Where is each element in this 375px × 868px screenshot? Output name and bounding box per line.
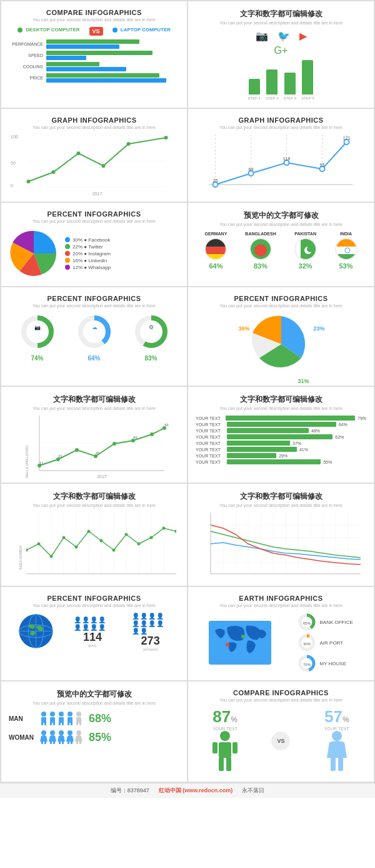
svg-point-16 <box>249 171 254 176</box>
svg-rect-156 <box>41 722 43 725</box>
panel2-subtitle: You can put your second description and … <box>196 21 366 25</box>
panel16-subtitle: You can put your second description and … <box>196 698 366 702</box>
svg-rect-191 <box>219 757 224 771</box>
label-woman: WOMAN <box>132 648 169 651</box>
svg-point-4 <box>52 170 56 174</box>
svg-rect-168 <box>68 722 69 725</box>
pie-section: 30% ● Facebook 22% ● Twitter 20% ● Insta… <box>9 228 179 278</box>
woman-icons <box>40 730 82 744</box>
pct-orange: 36% <box>239 325 250 332</box>
globe-people-row: 👤 👤 👤 👤 👤 👤 👤 👤 114 MAN 👤 👤 👤 <box>9 613 179 651</box>
footer-slogan: 永不落日 <box>242 787 264 795</box>
person-icon-g: 👤 <box>140 613 148 620</box>
legend-laptop: LAPTOP COMPUTER <box>112 27 171 36</box>
panel-globe-people: PERCENT INFOGRAPHICS You can put your se… <box>1 586 188 681</box>
panel10-title: 文字和数字都可编辑修改 <box>196 394 366 405</box>
bar-col-3: STEP 3 <box>284 73 297 100</box>
panel14-subtitle: You can put your second description and … <box>196 603 366 608</box>
footer: 编号：8378947 红动中国 (www.redocn.com) 永不落日 <box>0 783 375 798</box>
y-max: 100 <box>11 135 18 139</box>
bar-green-performance <box>46 39 139 44</box>
bar-row-speed: SPEED <box>9 51 179 60</box>
label-man: MAN <box>74 644 111 648</box>
person-icon-g: 👤 <box>156 613 164 620</box>
y-label-sells: SELLS (MILLIONS) <box>25 446 29 478</box>
earth-donuts: 65% BANK OFFICE 30% AIR PORT <box>298 613 352 673</box>
hbar-row-4: YOUR TEXT 62% <box>196 434 366 439</box>
svg-point-183 <box>68 730 72 735</box>
svg-point-58 <box>150 432 154 436</box>
sells-chart: SELLS (MILLIONS) 41 42 43 11 21 <box>31 416 173 472</box>
bar-blue-speed <box>46 56 86 60</box>
people-group-1: 👤 👤 👤 👤 👤 👤 👤 👤 114 MAN <box>74 616 111 648</box>
svg-rect-187 <box>76 741 78 744</box>
country-germany: GERMANY 64% <box>204 232 227 270</box>
legend-instagram: 20% ● Instagram <box>65 251 111 257</box>
panel-sells-chart: 文字和数字都可编辑修改 You can put your second desc… <box>1 386 188 483</box>
gender-row-woman: WOMAN 85% <box>9 730 179 744</box>
person-icon-g: 👤 <box>132 613 139 620</box>
flag-germany <box>204 238 227 260</box>
hbar-list: YOUR TEXT 79% YOUR TEXT 64% YOUR TEXT 48… <box>196 416 366 464</box>
donut-camera: 📷 74% <box>19 313 56 362</box>
panel7-title: PERCENT INFOGRAPHICS <box>9 295 179 302</box>
svg-point-143 <box>226 643 229 646</box>
person-icon: 👤 <box>98 624 106 631</box>
svg-point-56 <box>112 442 116 446</box>
svg-point-177 <box>50 730 55 735</box>
legend-dot-green <box>18 28 22 33</box>
bar-row-performance: PERFOMANCE <box>9 39 179 49</box>
person-icon-g: 👤 <box>132 628 139 635</box>
svg-rect-175 <box>41 741 43 744</box>
panel7-subtitle: You can put your second description and … <box>9 304 179 308</box>
compare-legend: DESKTOP COMPUTER VS LAPTOP COMPUTER <box>9 27 179 36</box>
svg-text:11: 11 <box>39 461 44 465</box>
hbar-row-7: YOUR TEXT 29% <box>196 453 366 458</box>
legend-linkedin: 16% ● Linkedin <box>65 258 111 263</box>
panel9-subtitle: You can put your second description and … <box>9 406 179 411</box>
footer-site: 红动中国 (www.redocn.com) <box>159 787 233 795</box>
svg-rect-179 <box>53 741 55 744</box>
google-icon-row: G+ <box>196 45 366 56</box>
hbar-row-5: YOUR TEXT 37% <box>196 441 366 446</box>
svg-rect-155 <box>41 717 46 723</box>
panel15-title: 预览中的文字都可修改 <box>9 689 179 700</box>
panel-compare-bottom: COMPARE INFOGRAPHICS You can put your se… <box>188 681 374 782</box>
vbar-4 <box>302 60 313 94</box>
donut-gear: ⚙ 83% <box>132 313 170 362</box>
y-min: 0 <box>11 183 13 188</box>
panel12-subtitle: You can put your second description and … <box>196 503 366 508</box>
vbar-2 <box>266 69 278 94</box>
person-icon: 👤 <box>82 616 89 623</box>
svg-text:30%: 30% <box>303 642 311 646</box>
svg-point-85 <box>125 533 128 536</box>
person-icon-g: 👤 <box>148 620 156 627</box>
compare-left: 87% YOUR TEXT <box>212 707 238 774</box>
val1: 87% <box>212 707 238 727</box>
svg-point-17 <box>284 160 289 165</box>
svg-point-186 <box>76 730 81 735</box>
hbar-row-1: YOUR TEXT 79% <box>196 416 366 421</box>
num-273: 273 <box>132 635 169 648</box>
svg-text:25: 25 <box>213 178 218 183</box>
panel9-title: 文字和数字都可编辑修改 <box>9 394 179 405</box>
svg-text:21: 21 <box>58 454 62 458</box>
svg-point-7 <box>127 142 131 146</box>
youtube-icon: ▶ <box>299 30 307 42</box>
panel14-title: EARTH INFOGRAPHICS <box>196 595 366 602</box>
months-svg-1: JAN FEB MAR APR MAY JUN JUL AUG SEPT OCT… <box>26 513 176 575</box>
bar-blue-performance <box>46 44 119 49</box>
pie-chart-svg <box>9 228 59 278</box>
social-icons-row: 📷 🐦 ▶ <box>196 30 366 42</box>
svg-point-189 <box>220 731 230 741</box>
dot-whatsapp <box>65 265 70 270</box>
panel-gender: 预览中的文字都可修改 You can put your second descr… <box>1 681 188 782</box>
legend-facebook: 30% ● Facebook <box>65 237 111 243</box>
pct-green: 31% <box>298 378 309 384</box>
svg-rect-173 <box>79 722 81 725</box>
footer-id: 编号：8378947 <box>111 787 149 795</box>
donut-cloud: ☁ 64% <box>76 313 113 362</box>
svg-rect-36 <box>336 239 358 247</box>
vs-badge: VS <box>89 27 103 36</box>
svg-point-87 <box>150 536 153 539</box>
